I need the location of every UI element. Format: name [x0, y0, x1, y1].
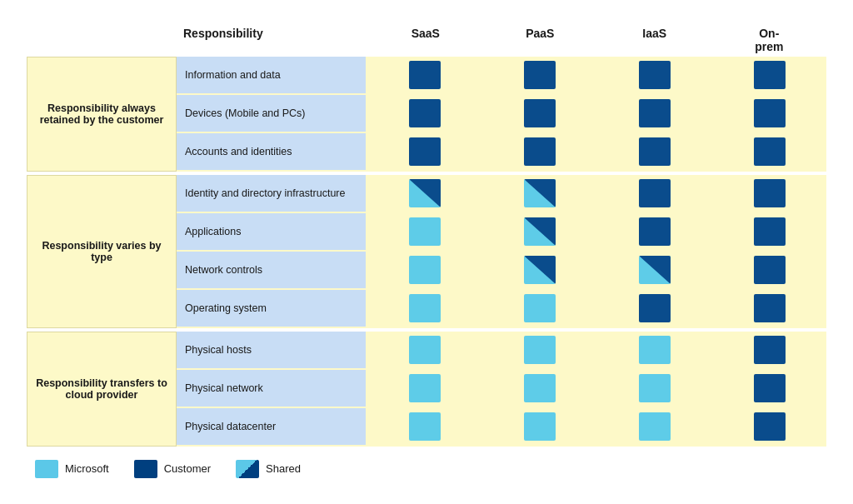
color-microsoft — [409, 217, 441, 246]
color-customer — [524, 99, 556, 127]
row-physical-network: Physical network — [177, 370, 826, 408]
legend-microsoft-label: Microsoft — [65, 462, 109, 475]
legend: Microsoft Customer Shared — [27, 460, 826, 478]
cell-saas — [368, 95, 483, 133]
cell-onprem — [714, 57, 826, 95]
cells-applications — [368, 213, 826, 252]
cell-onprem — [714, 332, 826, 370]
color-microsoft — [409, 412, 441, 441]
header-row: Responsibility SaaS PaaS IaaS On-prem — [27, 27, 826, 53]
group-varies: Responsibility varies by type Identity a… — [27, 175, 826, 328]
cell-onprem — [714, 290, 826, 328]
cell-paas — [483, 213, 598, 252]
row-label-identity: Identity and directory infrastructure — [177, 175, 368, 213]
color-customer — [639, 294, 671, 322]
cell-onprem — [714, 213, 826, 252]
group-transfers-rows: Physical hosts Physical network — [177, 332, 826, 447]
col-onprem: On-prem — [712, 27, 827, 53]
col-paas: PaaS — [483, 27, 598, 53]
color-customer — [754, 294, 786, 322]
color-shared — [524, 256, 556, 284]
cell-saas — [368, 133, 483, 172]
cell-iaas — [599, 57, 714, 95]
row-label-network-controls: Network controls — [177, 252, 368, 290]
color-microsoft — [409, 336, 441, 364]
legend-microsoft-box — [35, 460, 58, 478]
cells-os — [368, 290, 826, 328]
group-varies-label: Responsibility varies by type — [27, 175, 177, 328]
cell-saas — [368, 370, 483, 408]
color-customer — [409, 137, 441, 166]
row-physical-datacenter: Physical datacenter — [177, 408, 826, 447]
color-customer — [754, 374, 786, 402]
legend-customer-label: Customer — [164, 462, 211, 475]
row-identity: Identity and directory infrastructure — [177, 175, 826, 213]
color-customer — [524, 61, 556, 89]
legend-shared-label: Shared — [266, 462, 301, 475]
row-label-applications: Applications — [177, 213, 368, 252]
color-shared — [409, 179, 441, 207]
color-shared — [524, 217, 556, 246]
row-devices: Devices (Mobile and PCs) — [177, 95, 826, 133]
cell-paas — [483, 95, 598, 133]
cell-saas — [368, 290, 483, 328]
color-microsoft — [524, 374, 556, 402]
cell-saas — [368, 408, 483, 447]
cells-info-data — [368, 57, 826, 95]
cell-paas — [483, 252, 598, 290]
legend-customer: Customer — [134, 460, 211, 478]
color-customer — [754, 137, 786, 166]
group-always: Responsibility always retained by the cu… — [27, 57, 826, 172]
color-customer — [754, 99, 786, 127]
cell-saas — [368, 57, 483, 95]
color-microsoft — [409, 256, 441, 284]
color-customer — [754, 256, 786, 284]
cell-iaas — [599, 370, 714, 408]
cell-iaas — [599, 213, 714, 252]
row-label-physical-hosts: Physical hosts — [177, 332, 368, 370]
group-transfers-label: Responsibility transfers to cloud provid… — [27, 332, 177, 447]
spacer — [27, 27, 177, 53]
row-applications: Applications — [177, 213, 826, 252]
group-always-rows: Information and data Devices (Mobile and… — [177, 57, 826, 172]
row-label-physical-network: Physical network — [177, 370, 368, 408]
cell-onprem — [714, 408, 826, 447]
cells-physical-network — [368, 370, 826, 408]
cell-paas — [483, 133, 598, 172]
color-customer — [524, 137, 556, 166]
color-customer — [754, 217, 786, 246]
color-shared — [524, 179, 556, 207]
cell-paas — [483, 290, 598, 328]
color-customer — [639, 61, 671, 89]
legend-shared-box — [236, 460, 259, 478]
cell-iaas — [599, 408, 714, 447]
row-label-accounts: Accounts and identities — [177, 133, 368, 172]
cells-network-controls — [368, 252, 826, 290]
color-customer — [639, 179, 671, 207]
col-iaas: IaaS — [597, 27, 712, 53]
cell-onprem — [714, 133, 826, 172]
chart-area: Responsibility SaaS PaaS IaaS On-prem Re… — [27, 27, 826, 478]
color-microsoft — [524, 412, 556, 441]
cell-paas — [483, 175, 598, 213]
group-varies-rows: Identity and directory infrastructure Ap… — [177, 175, 826, 328]
color-customer — [639, 137, 671, 166]
color-microsoft — [409, 294, 441, 322]
cell-onprem — [714, 95, 826, 133]
cell-onprem — [714, 252, 826, 290]
row-network-controls: Network controls — [177, 252, 826, 290]
cell-saas — [368, 175, 483, 213]
row-os: Operating system — [177, 290, 826, 328]
cell-paas — [483, 57, 598, 95]
color-microsoft — [639, 336, 671, 364]
cells-physical-hosts — [368, 332, 826, 370]
color-microsoft — [524, 336, 556, 364]
cell-paas — [483, 408, 598, 447]
cell-iaas — [599, 95, 714, 133]
row-label-os: Operating system — [177, 290, 368, 328]
color-customer — [754, 179, 786, 207]
row-physical-hosts: Physical hosts — [177, 332, 826, 370]
row-accounts: Accounts and identities — [177, 133, 826, 172]
cells-accounts — [368, 133, 826, 172]
color-customer — [639, 99, 671, 127]
